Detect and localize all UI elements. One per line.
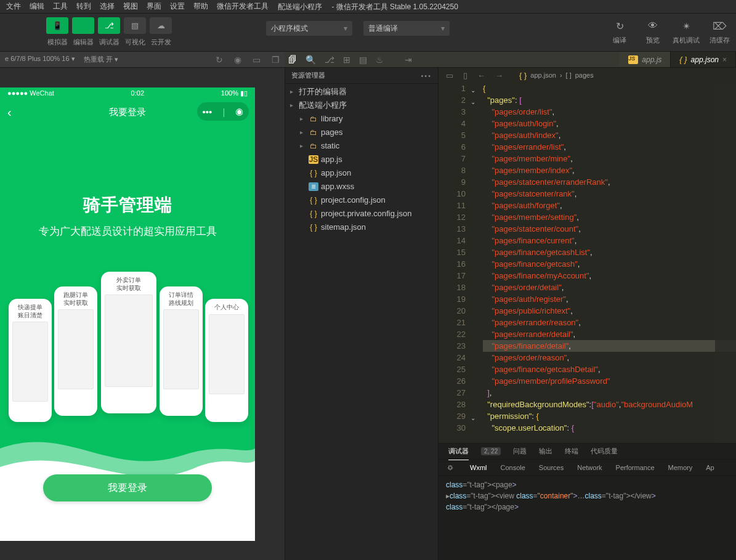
device-icon[interactable]: ▭ bbox=[253, 55, 261, 65]
devtools-tab[interactable]: Memory bbox=[668, 464, 693, 471]
toolbar-button[interactable]: 📱模拟器 bbox=[44, 17, 70, 47]
bookmark-icon[interactable]: ▯ bbox=[463, 71, 467, 80]
devtools-tab[interactable]: Network bbox=[577, 464, 602, 471]
minimap[interactable] bbox=[715, 83, 736, 443]
tree-item[interactable]: { }sitemap.json bbox=[285, 221, 438, 234]
tool-icon: ⎇ bbox=[98, 17, 120, 34]
arrow-right-icon[interactable]: → bbox=[495, 71, 503, 80]
dom-tree[interactable]: class="t-tag"><page>▸class="t-tag"><view… bbox=[439, 476, 736, 560]
tree-item[interactable]: JSapp.js bbox=[285, 153, 438, 166]
fire-icon[interactable]: ♨ bbox=[376, 55, 384, 65]
more-icon[interactable]: ••• bbox=[421, 72, 432, 79]
chevron-icon: ▸ bbox=[290, 85, 296, 99]
tree-item[interactable]: { }app.json bbox=[285, 166, 438, 180]
wxss-icon: ≡ bbox=[309, 182, 318, 191]
panel-icon[interactable]: ▤ bbox=[359, 55, 367, 65]
tool-icon: 📱 bbox=[46, 17, 68, 34]
target-icon[interactable]: ◉ bbox=[235, 106, 243, 117]
menu-item[interactable]: 工具 bbox=[49, 0, 71, 13]
breadcrumb-seg[interactable]: [ ] bbox=[566, 71, 572, 79]
simulator-subbar: e 6/7/8 Plus 100% 16 ▾ 热重载 开 ▾ ↻ ◉ ▭ ❐ bbox=[0, 52, 285, 68]
tree-item[interactable]: { }project.config.json bbox=[285, 193, 438, 207]
menu-item[interactable]: 编辑 bbox=[26, 0, 48, 13]
mockup-phone: 跑腿订单实时获取 bbox=[54, 286, 97, 416]
json-icon: { } bbox=[309, 196, 318, 205]
refresh-icon[interactable]: ↻ bbox=[216, 55, 223, 65]
compile-select[interactable]: 普通编译▾ bbox=[363, 21, 450, 36]
collapse-icon[interactable]: ⇥ bbox=[405, 55, 412, 65]
phone-statusbar: ●●●●● WeChat 0:02 100% ▮▯ bbox=[0, 87, 255, 99]
menu-item[interactable]: 文件 bbox=[2, 0, 25, 13]
tree-item[interactable]: ▸🗀library bbox=[285, 112, 438, 126]
back-icon[interactable]: ‹ bbox=[7, 105, 12, 120]
devtools-tab[interactable]: Performance bbox=[616, 464, 655, 471]
mockup-phones: 快递提单账目清楚跑腿订单实时获取外卖订单实时获取订单详情路线规划个人中心 bbox=[0, 272, 255, 426]
arrow-left-icon[interactable]: ← bbox=[477, 71, 485, 80]
record-icon[interactable]: ◉ bbox=[234, 55, 241, 65]
hotreload-toggle[interactable]: 热重载 开 ▾ bbox=[84, 55, 118, 64]
json-icon: { } bbox=[309, 169, 318, 177]
close-icon[interactable]: × bbox=[722, 55, 727, 64]
tree-item[interactable]: { }project.private.config.json bbox=[285, 207, 438, 221]
menu-item[interactable]: 界面 bbox=[143, 0, 165, 13]
devtools-tab[interactable]: Sources bbox=[539, 464, 564, 471]
menu-item[interactable]: 视图 bbox=[119, 0, 142, 13]
devtools-tab[interactable]: Console bbox=[501, 464, 525, 471]
tree-item[interactable]: ▸🗀pages bbox=[285, 126, 438, 139]
windows-icon[interactable]: ❐ bbox=[272, 55, 280, 65]
json-icon: { } bbox=[519, 71, 527, 80]
toolbar-button[interactable]: ✴真机调试 bbox=[669, 18, 703, 48]
editor-tab[interactable]: JSapp.js bbox=[620, 52, 671, 67]
json-icon: { } bbox=[679, 55, 687, 64]
files-icon[interactable]: 🗐 bbox=[288, 55, 297, 65]
hero-title: 骑手管理端 bbox=[0, 193, 255, 217]
code-editor[interactable]: 1234567891011121314151617181920212223242… bbox=[439, 83, 736, 443]
source-control-icon[interactable]: ⎇ bbox=[325, 55, 334, 65]
toolbar-button[interactable]: ⌦清缓存 bbox=[703, 18, 736, 48]
login-button[interactable]: 我要登录 bbox=[43, 474, 212, 501]
breadcrumb-seg[interactable]: pages bbox=[575, 71, 594, 79]
panel-tab[interactable]: 问题 bbox=[513, 447, 527, 456]
hero-subtitle: 专为广大配送员设计的超实用应用工具 bbox=[0, 224, 255, 238]
tree-section[interactable]: ▸配送端小程序 bbox=[285, 99, 438, 112]
inspect-icon[interactable]: ⯐ bbox=[445, 463, 456, 473]
mode-select[interactable]: 小程序模式▾ bbox=[266, 21, 352, 36]
toolbar: 📱模拟器编辑器⎇调试器▧可视化☁云开发 小程序模式▾ 普通编译▾ ↻编译👁预览✴… bbox=[0, 14, 736, 52]
panel-tab[interactable]: 调试器 bbox=[448, 447, 469, 456]
breadcrumb-file[interactable]: app.json bbox=[530, 71, 556, 79]
devtools-tab[interactable]: Wxml bbox=[470, 464, 487, 471]
tool-icon: ↻ bbox=[616, 18, 624, 33]
tool-icon: ☁ bbox=[150, 17, 172, 34]
tree-section[interactable]: ▸打开的编辑器 bbox=[285, 85, 438, 99]
chevron-down-icon: ▾ bbox=[344, 24, 347, 33]
tree-item[interactable]: ▸🗀static bbox=[285, 139, 438, 153]
toolbar-button[interactable]: 👁预览 bbox=[636, 18, 669, 48]
panel-tab[interactable]: 输出 bbox=[539, 447, 552, 456]
breadcrumb: ▭ ▯ ← → { } app.json › [ ] pages bbox=[439, 68, 736, 83]
devtools-tab[interactable]: Ap bbox=[706, 464, 714, 471]
menu-item[interactable]: 转到 bbox=[73, 0, 95, 13]
rect-icon[interactable]: ▭ bbox=[446, 71, 453, 80]
editor-pane: ▭ ▯ ← → { } app.json › [ ] pages 1234567… bbox=[439, 68, 736, 560]
capsule-button[interactable]: ••• | ◉ bbox=[197, 102, 249, 121]
editor-tab[interactable]: { }app.json× bbox=[671, 52, 736, 67]
panel-tab[interactable]: 代码质量 bbox=[591, 447, 618, 456]
more-icon[interactable]: ••• bbox=[203, 107, 212, 117]
tree-item[interactable]: ≡app.wxss bbox=[285, 180, 438, 193]
panel-tab[interactable]: 终端 bbox=[565, 447, 578, 456]
extensions-icon[interactable]: ⊞ bbox=[343, 55, 350, 65]
toolbar-button[interactable]: 编辑器 bbox=[70, 17, 96, 47]
toolbar-button[interactable]: ☁云开发 bbox=[148, 17, 174, 47]
search-icon[interactable]: 🔍 bbox=[305, 55, 316, 65]
menu-item[interactable]: 选择 bbox=[96, 0, 118, 13]
menu-item[interactable]: 微信开发者工具 bbox=[213, 0, 272, 13]
file-explorer: 资源管理器 ••• ▸打开的编辑器▸配送端小程序▸🗀library▸🗀pages… bbox=[285, 68, 439, 560]
toolbar-button[interactable]: ↻编译 bbox=[603, 18, 636, 48]
menu-item[interactable]: 帮助 bbox=[190, 0, 212, 13]
menu-item[interactable]: 设置 bbox=[166, 0, 188, 13]
json-icon: { } bbox=[309, 209, 318, 218]
toolbar-button[interactable]: ▧可视化 bbox=[122, 17, 148, 47]
toolbar-button[interactable]: ⎇调试器 bbox=[96, 17, 122, 47]
device-select[interactable]: e 6/7/8 Plus 100% 16 ▾ bbox=[5, 55, 75, 64]
hero-section: 骑手管理端 专为广大配送员设计的超实用应用工具 bbox=[0, 126, 255, 238]
